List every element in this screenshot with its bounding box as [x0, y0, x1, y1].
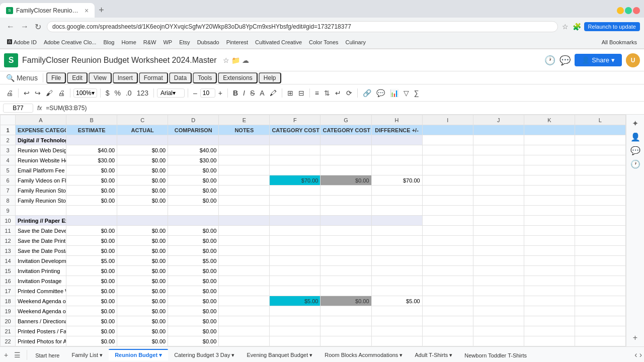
cell-g6[interactable]: $0.00: [320, 175, 371, 186]
cell-k15[interactable]: [524, 266, 575, 276]
cell-g20[interactable]: [320, 316, 371, 326]
cell-f17[interactable]: [270, 286, 320, 296]
cell-h14[interactable]: [371, 256, 422, 266]
cell-d18[interactable]: $0.00: [168, 296, 219, 306]
cell-f3[interactable]: [270, 145, 320, 155]
highlight-button[interactable]: 🖍: [268, 88, 279, 98]
cell-d4[interactable]: $30.00: [168, 155, 219, 165]
formula-input[interactable]: [46, 105, 641, 112]
cell-j12[interactable]: [473, 236, 524, 246]
cell-k23[interactable]: [524, 346, 575, 347]
cell-g13[interactable]: [320, 246, 371, 256]
chart-button[interactable]: 📊: [388, 88, 400, 98]
cell-i13[interactable]: [422, 246, 473, 256]
col-header-b[interactable]: B: [66, 115, 117, 125]
cell-i15[interactable]: [422, 266, 473, 276]
cell-k8[interactable]: [524, 196, 575, 206]
decrease-font-button[interactable]: –: [191, 88, 199, 98]
cell-f6[interactable]: $70.00: [270, 175, 320, 186]
cell-i9[interactable]: [422, 206, 473, 216]
cell-a21[interactable]: Printed Posters / Family Photo Collage B…: [16, 326, 66, 336]
cell-a5[interactable]: Email Platform Fee for Newsletters and P…: [16, 165, 66, 175]
menu-tools[interactable]: Tools: [193, 72, 217, 83]
cell-l20[interactable]: [575, 316, 625, 326]
minimize-button[interactable]: [617, 7, 624, 14]
tab-family-list[interactable]: Family List ▾: [66, 349, 109, 360]
cell-i5[interactable]: [422, 165, 473, 175]
cell-j11[interactable]: [473, 226, 524, 236]
cell-h15[interactable]: [371, 266, 422, 276]
cell-c9[interactable]: [117, 206, 168, 216]
borders-button[interactable]: ⊞: [285, 88, 295, 98]
cell-l6[interactable]: [575, 175, 625, 186]
cell-e10[interactable]: [219, 216, 270, 226]
cell-b20[interactable]: $0.00: [66, 316, 117, 326]
more-formats-button[interactable]: 123: [135, 88, 150, 98]
cell-j6[interactable]: [473, 175, 524, 186]
add-sheet-button[interactable]: +: [2, 350, 10, 360]
cell-d5[interactable]: $0.00: [168, 165, 219, 175]
cell-g1[interactable]: CATEGORY COST ACTUAL: [320, 125, 371, 135]
col-header-d[interactable]: D: [168, 115, 219, 125]
cell-a4[interactable]: Reunion Website Hosting Fees (Annual / M…: [16, 155, 66, 165]
cell-f1[interactable]: CATEGORY COST ESTIMATE: [270, 125, 320, 135]
close-button[interactable]: [633, 7, 640, 14]
italic-button[interactable]: I: [241, 88, 247, 98]
cell-e2[interactable]: [219, 135, 270, 145]
cell-h20[interactable]: [371, 316, 422, 326]
cell-b5[interactable]: $0.00: [66, 165, 117, 175]
cell-h10[interactable]: [371, 216, 422, 226]
cell-i18[interactable]: [422, 296, 473, 306]
cell-d17[interactable]: $0.00: [168, 286, 219, 296]
cell-k16[interactable]: [524, 276, 575, 286]
cell-c21[interactable]: $0.00: [117, 326, 168, 336]
cell-l2[interactable]: [575, 135, 625, 145]
cell-l22[interactable]: [575, 336, 625, 346]
cell-i21[interactable]: [422, 326, 473, 336]
cell-l14[interactable]: [575, 256, 625, 266]
bookmark-pinterest[interactable]: Pinterest: [223, 38, 251, 46]
comments-panel-button[interactable]: 💬: [630, 146, 640, 155]
cell-f9[interactable]: [270, 206, 320, 216]
cell-h11[interactable]: [371, 226, 422, 236]
cell-l15[interactable]: [575, 266, 625, 276]
cloud-save-button[interactable]: ☁: [242, 56, 249, 64]
cell-f2[interactable]: [270, 135, 320, 145]
cell-k5[interactable]: [524, 165, 575, 175]
cell-d16[interactable]: $0.00: [168, 276, 219, 286]
cell-a12[interactable]: Save the Date Printing: [16, 236, 66, 246]
cell-l16[interactable]: [575, 276, 625, 286]
cell-k22[interactable]: [524, 336, 575, 346]
bookmark-etsy[interactable]: Etsy: [176, 38, 193, 46]
cell-f19[interactable]: [270, 306, 320, 316]
cell-i11[interactable]: [422, 226, 473, 236]
cell-i14[interactable]: [422, 256, 473, 266]
bookmark-adobe-cc[interactable]: Adobe Creative Clo...: [41, 38, 100, 46]
cell-d1[interactable]: COMPARISON: [168, 125, 219, 135]
cell-c16[interactable]: $0.00: [117, 276, 168, 286]
cell-i4[interactable]: [422, 155, 473, 165]
cell-j8[interactable]: [473, 196, 524, 206]
cell-l12[interactable]: [575, 236, 625, 246]
cell-c18[interactable]: $0.00: [117, 296, 168, 306]
cell-h9[interactable]: [371, 206, 422, 216]
zoom-selector[interactable]: 100% ▾: [73, 88, 97, 98]
cell-h19[interactable]: [371, 306, 422, 316]
cell-h16[interactable]: [371, 276, 422, 286]
cell-l11[interactable]: [575, 226, 625, 236]
cell-f5[interactable]: [270, 165, 320, 175]
cell-l9[interactable]: [575, 206, 625, 216]
cell-e12[interactable]: [219, 236, 270, 246]
filter-button[interactable]: ▽: [401, 88, 411, 98]
cell-d19[interactable]: $0.00: [168, 306, 219, 316]
cell-k14[interactable]: [524, 256, 575, 266]
col-header-l[interactable]: L: [575, 115, 625, 125]
cell-e4[interactable]: [219, 155, 270, 165]
bookmark-culinary[interactable]: Culinary: [343, 38, 369, 46]
col-header-i[interactable]: I: [422, 115, 473, 125]
cell-l10[interactable]: [575, 216, 625, 226]
cell-i20[interactable]: [422, 316, 473, 326]
cell-c10[interactable]: [117, 216, 168, 226]
cell-k18[interactable]: [524, 296, 575, 306]
history-icon[interactable]: 🕐: [544, 55, 555, 66]
